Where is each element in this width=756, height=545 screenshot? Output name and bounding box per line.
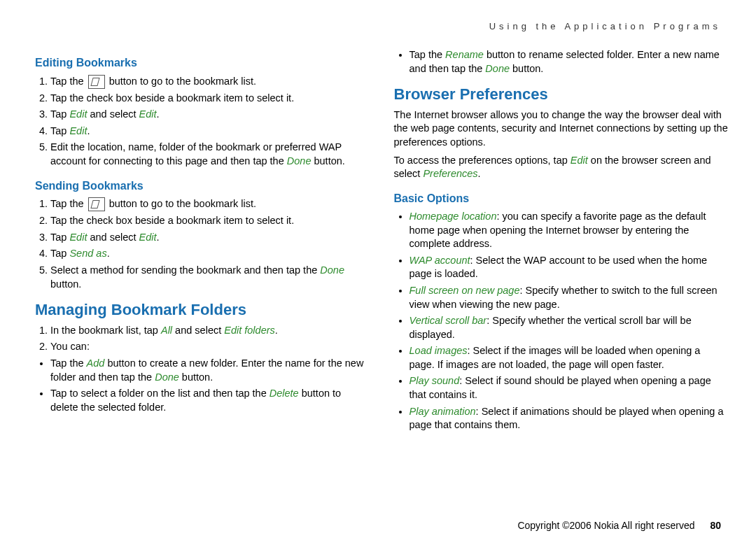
rename-bullet: Tap the Rename button to rename selected…	[394, 48, 729, 76]
list-item: Play sound: Select if sound should be pl…	[410, 374, 729, 402]
heading-sending-bookmarks: Sending Bookmarks	[35, 178, 370, 194]
list-item: Tap Edit.	[50, 125, 370, 139]
heading-editing-bookmarks: Editing Bookmarks	[35, 55, 370, 71]
list-item: WAP account: Select the WAP account to b…	[410, 254, 729, 281]
list-item: Edit the location, name, folder of the b…	[50, 141, 370, 168]
page-number: 80	[710, 520, 721, 531]
heading-basic-options: Basic Options	[394, 191, 729, 206]
list-item: Tap the button to go to the bookmark lis…	[50, 197, 370, 211]
bookmark-icon	[88, 197, 105, 211]
list-item: Tap the Add button to create a new folde…	[50, 357, 370, 384]
copyright-text: Copyright ©2006 Nokia All right reserved	[517, 520, 694, 531]
list-item: Tap Send as.	[50, 247, 370, 261]
content-columns: Editing Bookmarks Tap the button to go t…	[35, 45, 728, 435]
list-item: Full screen on new page: Specify whether…	[410, 284, 729, 311]
list-item: Homepage location: you can specify a fav…	[410, 210, 729, 251]
list-item: Tap the check box beside a bookmark item…	[50, 92, 370, 106]
heading-managing-folders: Managing Bookmark Folders	[35, 299, 370, 320]
document-page: Using the Application Programs Editing B…	[0, 0, 756, 545]
list-item: Tap Edit and select Edit.	[50, 231, 370, 245]
page-footer: Copyright ©2006 Nokia All right reserved…	[517, 520, 721, 531]
list-item: Load images: Select if the images will b…	[410, 344, 729, 371]
editing-steps: Tap the button to go to the bookmark lis…	[35, 75, 370, 169]
list-item: Tap to select a folder on the list and t…	[50, 387, 370, 414]
list-item: Select a method for sending the bookmark…	[50, 264, 370, 291]
left-column: Editing Bookmarks Tap the button to go t…	[35, 45, 370, 435]
right-column: Tap the Rename button to rename selected…	[394, 45, 729, 435]
sending-steps: Tap the button to go to the bookmark lis…	[35, 197, 370, 291]
bookmark-icon	[88, 75, 105, 89]
basic-options-list: Homepage location: you can specify a fav…	[394, 210, 729, 432]
heading-browser-preferences: Browser Preferences	[394, 84, 729, 105]
list-item: You can:	[50, 340, 370, 354]
list-item: Tap Edit and select Edit.	[50, 108, 370, 122]
list-item: Tap the check box beside a bookmark item…	[50, 214, 370, 228]
list-item: Vertical scroll bar: Specify whether the…	[410, 314, 729, 341]
list-item: Tap the Rename button to rename selected…	[410, 48, 729, 76]
list-item: In the bookmark list, tap All and select…	[50, 324, 370, 338]
pref-paragraph-2: To access the preferences options, tap E…	[394, 154, 729, 181]
list-item: Play animation: Select if animations sho…	[410, 405, 729, 432]
manage-bullets: Tap the Add button to create a new folde…	[35, 357, 370, 414]
pref-paragraph-1: The Internet browser allows you to chang…	[394, 108, 729, 150]
list-item: Tap the button to go to the bookmark lis…	[50, 75, 370, 89]
page-header: Using the Application Programs	[35, 21, 728, 31]
manage-steps: In the bookmark list, tap All and select…	[35, 324, 370, 354]
